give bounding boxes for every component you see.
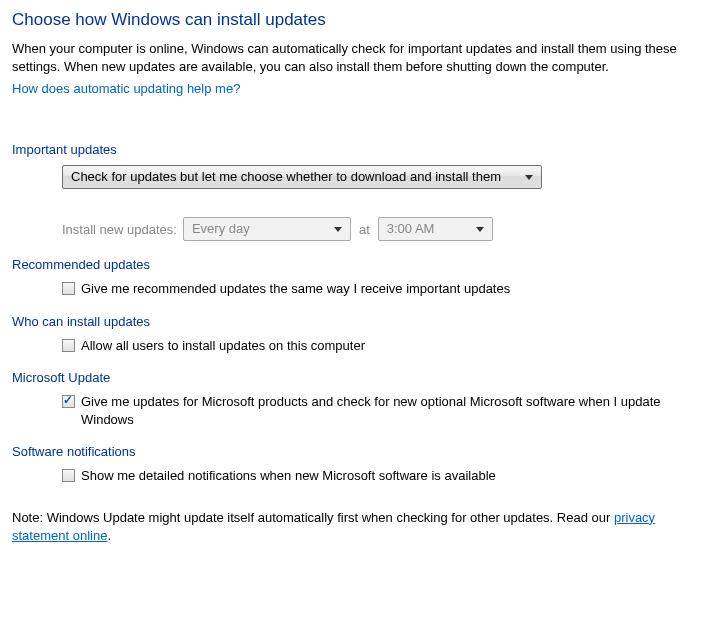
- page-title: Choose how Windows can install updates: [12, 10, 712, 30]
- recommended-checkbox-label[interactable]: Give me recommended updates the same way…: [81, 280, 510, 298]
- section-header-who: Who can install updates: [12, 314, 712, 329]
- schedule-time-value: 3:00 AM: [387, 221, 435, 236]
- update-policy-value: Check for updates but let me choose whet…: [71, 169, 501, 184]
- schedule-day-dropdown: Every day: [183, 217, 351, 241]
- microsoft-checkbox-label[interactable]: Give me updates for Microsoft products a…: [81, 393, 712, 428]
- schedule-day-value: Every day: [192, 221, 250, 236]
- notifications-checkbox[interactable]: [62, 469, 75, 482]
- footer-note: Note: Windows Update might update itself…: [12, 509, 712, 545]
- note-prefix: Note: Windows Update might update itself…: [12, 510, 614, 525]
- help-link[interactable]: How does automatic updating help me?: [12, 81, 240, 96]
- section-header-notifications: Software notifications: [12, 444, 712, 459]
- who-checkbox[interactable]: [62, 339, 75, 352]
- microsoft-checkbox[interactable]: [62, 395, 75, 408]
- section-header-important: Important updates: [12, 142, 712, 157]
- schedule-time-dropdown: 3:00 AM: [378, 217, 493, 241]
- section-header-microsoft: Microsoft Update: [12, 370, 712, 385]
- update-policy-dropdown[interactable]: Check for updates but let me choose whet…: [62, 165, 542, 189]
- schedule-label: Install new updates:: [62, 222, 177, 237]
- recommended-checkbox[interactable]: [62, 282, 75, 295]
- notifications-checkbox-label[interactable]: Show me detailed notifications when new …: [81, 467, 496, 485]
- section-header-recommended: Recommended updates: [12, 257, 712, 272]
- who-checkbox-label[interactable]: Allow all users to install updates on th…: [81, 337, 365, 355]
- intro-text: When your computer is online, Windows ca…: [12, 40, 712, 75]
- schedule-at-label: at: [359, 222, 370, 237]
- note-suffix: .: [107, 528, 111, 543]
